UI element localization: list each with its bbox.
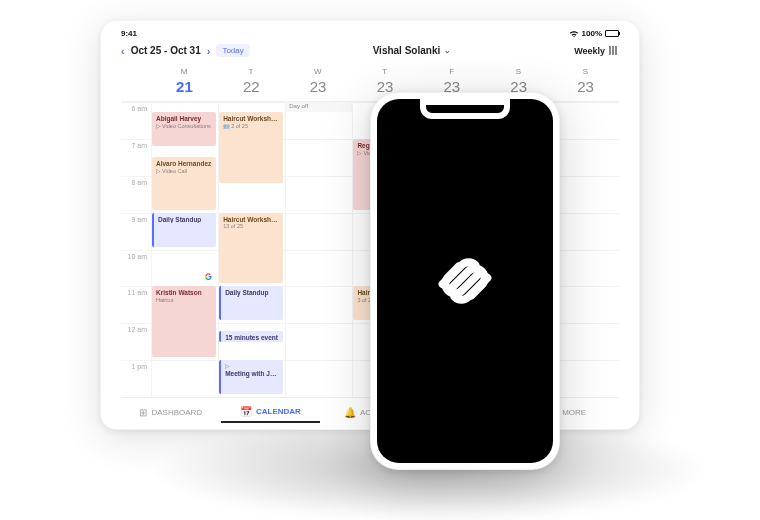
event-title: Meeting with Jo… bbox=[225, 370, 279, 378]
dow-label: W bbox=[285, 67, 352, 76]
calendar-event[interactable]: Alvaro Hernandez▷ Video Call bbox=[152, 157, 216, 209]
day-header[interactable]: S23 bbox=[552, 67, 619, 101]
week-view-icon bbox=[609, 46, 619, 55]
status-time: 9:41 bbox=[121, 29, 137, 38]
video-icon: ▷ bbox=[225, 363, 230, 370]
time-label: 6 am bbox=[121, 102, 151, 139]
users-icon: 👥 bbox=[223, 123, 230, 130]
calendar-event[interactable]: Haircut Workshops13 of 25 bbox=[219, 213, 283, 284]
event-subtitle: ▷ bbox=[225, 363, 279, 370]
video-icon: ▷ bbox=[357, 150, 362, 157]
tab-label: DASHBOARD bbox=[151, 408, 202, 417]
calendar-slot[interactable] bbox=[552, 176, 619, 213]
day-number: 23 bbox=[285, 78, 352, 95]
prev-week-button[interactable]: ‹ bbox=[121, 45, 125, 57]
dow-label: M bbox=[151, 67, 218, 76]
calendar-slot[interactable] bbox=[285, 176, 352, 213]
calendar-slot[interactable] bbox=[151, 360, 218, 397]
day-number: 22 bbox=[218, 78, 285, 95]
event-title: Alvaro Hernandez bbox=[156, 160, 212, 168]
time-label: 8 am bbox=[121, 176, 151, 213]
day-header[interactable]: M21 bbox=[151, 67, 218, 101]
calendar-toolbar: ‹ Oct 25 - Oct 31 › Today Vishal Solanki… bbox=[121, 44, 619, 57]
battery-icon bbox=[605, 30, 619, 37]
calendar-event[interactable]: Abigail Harvey▷ Video Consultations bbox=[152, 112, 216, 146]
tab-calendar[interactable]: 📅 CALENDAR bbox=[221, 402, 321, 423]
battery-pct: 100% bbox=[582, 29, 602, 38]
next-week-button[interactable]: › bbox=[207, 45, 211, 57]
calendar-event[interactable]: Kristin WatsonHaircut bbox=[152, 286, 216, 357]
calendar-icon: 📅 bbox=[240, 406, 252, 417]
calendar-slot[interactable] bbox=[552, 323, 619, 360]
phone-notch bbox=[420, 99, 510, 119]
calendar-slot[interactable] bbox=[285, 360, 352, 397]
video-icon: ▷ bbox=[156, 168, 161, 175]
calendar-event[interactable]: Haircut Workshops👥 2 of 25 bbox=[219, 112, 283, 183]
wifi-icon bbox=[569, 30, 579, 38]
time-label: 10 am bbox=[121, 250, 151, 287]
squarespace-logo-icon bbox=[425, 241, 505, 321]
calendar-slot[interactable] bbox=[552, 286, 619, 323]
view-selector[interactable]: Weekly bbox=[574, 46, 619, 56]
dow-label: S bbox=[552, 67, 619, 76]
user-name: Vishal Solanki bbox=[373, 45, 441, 56]
event-title: Haircut Workshops bbox=[223, 216, 279, 224]
calendar-slot[interactable] bbox=[285, 139, 352, 176]
event-title: Daily Standup bbox=[225, 289, 279, 297]
time-label: 9 am bbox=[121, 213, 151, 250]
dow-label: F bbox=[418, 67, 485, 76]
phone-frame bbox=[370, 92, 560, 470]
calendar-event[interactable] bbox=[152, 250, 216, 284]
calendar-slot[interactable] bbox=[552, 250, 619, 287]
event-title: Abigail Harvey bbox=[156, 115, 212, 123]
allday-banner[interactable]: Day off bbox=[285, 102, 352, 112]
chevron-down-icon: ⌄ bbox=[444, 46, 451, 55]
tab-dashboard[interactable]: ⊞ DASHBOARD bbox=[121, 403, 221, 422]
calendar-event[interactable]: Daily Standup bbox=[219, 286, 283, 320]
calendar-slot[interactable] bbox=[552, 139, 619, 176]
time-label: 7 am bbox=[121, 139, 151, 176]
event-subtitle: 13 of 25 bbox=[223, 223, 279, 230]
calendar-slot[interactable] bbox=[285, 250, 352, 287]
calendar-slot[interactable] bbox=[285, 286, 352, 323]
event-title: Haircut Workshops bbox=[223, 115, 279, 123]
event-title: Kristin Watson bbox=[156, 289, 212, 297]
time-label: 11 am bbox=[121, 286, 151, 323]
calendar-event[interactable]: ▷ Meeting with Jo… bbox=[219, 360, 283, 394]
calendar-event[interactable]: Daily Standup bbox=[152, 213, 216, 247]
video-icon: ▷ bbox=[156, 123, 161, 130]
time-label: 1 pm bbox=[121, 360, 151, 397]
google-icon bbox=[205, 273, 212, 280]
calendar-slot[interactable] bbox=[552, 360, 619, 397]
calendar-event[interactable]: 15 minutes event bbox=[219, 331, 283, 343]
day-header[interactable]: W23 bbox=[285, 67, 352, 101]
calendar-slot[interactable] bbox=[552, 213, 619, 250]
event-subtitle: 👥 2 of 25 bbox=[223, 123, 279, 130]
calendar-slot[interactable] bbox=[285, 323, 352, 360]
dow-label: T bbox=[218, 67, 285, 76]
dashboard-icon: ⊞ bbox=[139, 407, 147, 418]
tablet-status-bar: 9:41 100% bbox=[121, 29, 619, 38]
time-label: 12 am bbox=[121, 323, 151, 360]
day-number: 21 bbox=[151, 78, 218, 95]
tab-label: MORE bbox=[562, 408, 586, 417]
event-title: 15 minutes event bbox=[225, 334, 279, 342]
day-number: 23 bbox=[552, 78, 619, 95]
today-button[interactable]: Today bbox=[216, 44, 249, 57]
event-subtitle: Haircut bbox=[156, 297, 212, 304]
calendar-slot[interactable] bbox=[285, 213, 352, 250]
event-subtitle: ▷ Video Consultations bbox=[156, 123, 212, 130]
day-header[interactable]: T22 bbox=[218, 67, 285, 101]
dow-label: T bbox=[352, 67, 419, 76]
calendar-slot[interactable] bbox=[552, 102, 619, 139]
event-title: Daily Standup bbox=[158, 216, 212, 224]
date-range-label: Oct 25 - Oct 31 bbox=[131, 45, 201, 56]
event-subtitle: ▷ Video Call bbox=[156, 168, 212, 175]
view-label: Weekly bbox=[574, 46, 605, 56]
dow-label: S bbox=[485, 67, 552, 76]
user-selector[interactable]: Vishal Solanki ⌄ bbox=[373, 45, 452, 56]
bell-icon: 🔔 bbox=[344, 407, 356, 418]
phone-screen bbox=[377, 99, 553, 463]
tab-label: CALENDAR bbox=[256, 407, 301, 416]
